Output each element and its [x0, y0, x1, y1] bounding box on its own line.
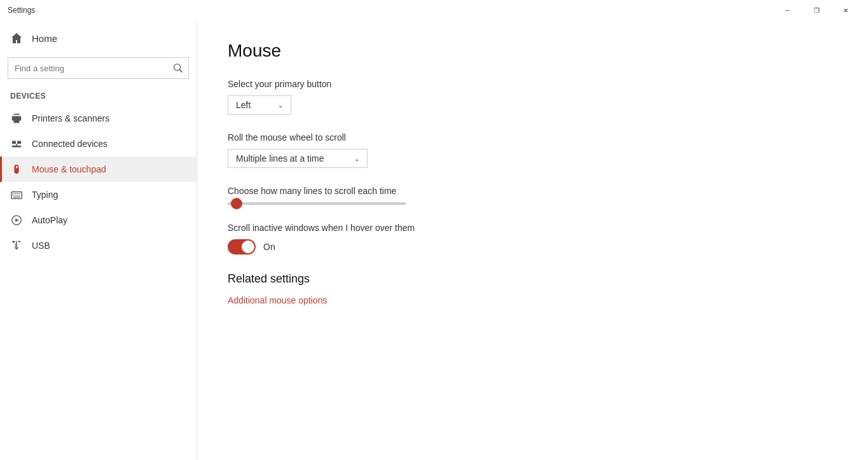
search-input[interactable]: [8, 57, 189, 79]
svg-rect-7: [17, 193, 18, 194]
sidebar-item-mouse-label: Mouse & touchpad: [32, 164, 106, 174]
sidebar-item-typing-label: Typing: [32, 190, 58, 200]
svg-rect-13: [13, 197, 20, 197]
usb-icon: [10, 239, 23, 252]
titlebar-controls: ─ ❐ ✕: [773, 0, 860, 20]
scroll-inactive-toggle[interactable]: [228, 239, 256, 254]
scroll-wheel-label: Roll the mouse wheel to scroll: [228, 132, 837, 143]
svg-rect-3: [16, 144, 17, 146]
svg-rect-16: [18, 241, 21, 242]
svg-rect-9: [13, 195, 14, 195]
toggle-thumb: [242, 240, 254, 253]
scroll-lines-slider-container: [228, 202, 406, 205]
sidebar-item-connected[interactable]: Connected devices: [0, 131, 196, 157]
svg-rect-1: [17, 141, 21, 144]
content-area: Mouse Select your primary button Left ⌄ …: [197, 20, 868, 460]
scroll-wheel-arrow-icon: ⌄: [354, 155, 359, 162]
sidebar-item-mouse[interactable]: Mouse & touchpad: [0, 157, 196, 182]
app-body: Home Devices Printers & scanners: [0, 20, 868, 460]
home-icon: [10, 32, 23, 45]
svg-rect-2: [12, 146, 21, 148]
autoplay-icon: [10, 214, 23, 227]
svg-rect-10: [15, 195, 16, 195]
sidebar-item-printers-label: Printers & scanners: [32, 113, 109, 123]
svg-rect-6: [15, 193, 16, 194]
primary-button-arrow-icon: ⌄: [278, 102, 283, 109]
devices-section-label: Devices: [0, 89, 196, 106]
scroll-wheel-dropdown[interactable]: Multiple lines at a time ⌄: [228, 149, 368, 168]
sidebar-item-printers[interactable]: Printers & scanners: [0, 106, 196, 131]
svg-rect-0: [12, 141, 16, 144]
svg-rect-15: [13, 241, 15, 243]
close-button[interactable]: ✕: [831, 0, 860, 20]
sidebar-item-home[interactable]: Home: [0, 25, 196, 51]
sidebar-item-connected-label: Connected devices: [32, 139, 107, 149]
svg-rect-8: [18, 193, 20, 194]
primary-button-label: Select your primary button: [228, 79, 837, 89]
connected-icon: [10, 137, 23, 150]
scroll-lines-label: Choose how many lines to scroll each tim…: [228, 186, 837, 196]
primary-button-section: Select your primary button Left ⌄: [228, 79, 837, 115]
search-button[interactable]: [167, 57, 189, 79]
scroll-inactive-state: On: [263, 242, 275, 252]
svg-rect-11: [17, 195, 18, 195]
scroll-lines-section: Choose how many lines to scroll each tim…: [228, 186, 837, 205]
sidebar-item-autoplay-label: AutoPlay: [32, 215, 67, 225]
primary-button-dropdown[interactable]: Left ⌄: [228, 95, 291, 115]
scroll-wheel-section: Roll the mouse wheel to scroll Multiple …: [228, 132, 837, 168]
scroll-inactive-section: Scroll inactive windows when I hover ove…: [228, 223, 837, 254]
page-title: Mouse: [228, 41, 837, 61]
scroll-inactive-label: Scroll inactive windows when I hover ove…: [228, 223, 837, 233]
search-box: [8, 57, 189, 79]
scroll-lines-slider[interactable]: [228, 202, 406, 205]
scroll-wheel-value: Multiple lines at a time: [236, 153, 324, 164]
scroll-inactive-toggle-row: On: [228, 239, 837, 254]
primary-button-value: Left: [236, 100, 251, 110]
related-settings-section: Related settings Additional mouse option…: [228, 272, 837, 306]
restore-button[interactable]: ❐: [802, 0, 831, 20]
sidebar: Home Devices Printers & scanners: [0, 20, 197, 460]
sidebar-item-typing[interactable]: Typing: [0, 182, 196, 207]
related-settings-title: Related settings: [228, 272, 837, 286]
titlebar: Settings ─ ❐ ✕: [0, 0, 868, 20]
sidebar-item-autoplay[interactable]: AutoPlay: [0, 207, 196, 233]
additional-mouse-options-link[interactable]: Additional mouse options: [228, 295, 327, 305]
svg-rect-5: [13, 193, 14, 194]
sidebar-item-usb[interactable]: USB: [0, 233, 196, 258]
minimize-button[interactable]: ─: [773, 0, 802, 20]
keyboard-icon: [10, 188, 23, 201]
mouse-icon: [10, 163, 23, 176]
printer-icon: [10, 112, 23, 125]
svg-rect-12: [18, 195, 20, 195]
sidebar-item-usb-label: USB: [32, 240, 50, 251]
sidebar-home-label: Home: [32, 33, 57, 44]
titlebar-title: Settings: [8, 6, 35, 15]
